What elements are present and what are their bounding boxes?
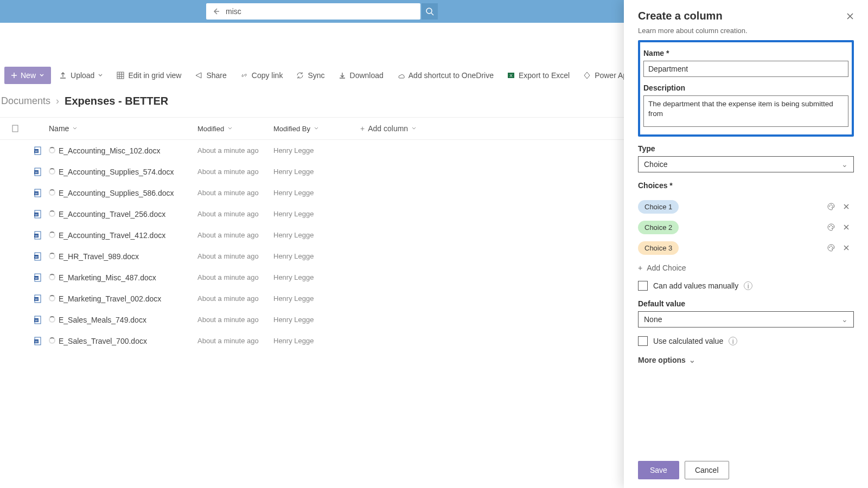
file-name[interactable]: E_Accounting_Supplies_574.docx: [59, 168, 174, 176]
file-name[interactable]: E_Marketing_Misc_487.docx: [59, 273, 156, 282]
svg-text:W: W: [35, 150, 38, 153]
chevron-down-icon: [314, 126, 319, 131]
modified-by[interactable]: Henry Legge: [273, 337, 360, 345]
table-row[interactable]: WE_HR_Travel_989.docxAbout a minute agoH…: [0, 246, 624, 267]
choice-chip[interactable]: Choice 2: [638, 221, 679, 234]
file-name[interactable]: E_Marketing_Travel_002.docx: [59, 294, 161, 303]
close-button[interactable]: [846, 12, 854, 20]
chevron-right-icon: ›: [56, 95, 59, 107]
sync-icon: [296, 71, 304, 80]
export-excel-button[interactable]: X Export to Excel: [501, 67, 575, 84]
choice-chip[interactable]: Choice 1: [638, 200, 679, 214]
modified-date: About a minute ago: [197, 273, 273, 281]
table-row[interactable]: WE_Sales_Meals_749.docxAbout a minute ag…: [0, 309, 624, 330]
info-icon[interactable]: i: [744, 281, 752, 290]
copy-link-button[interactable]: Copy link: [234, 67, 289, 84]
type-select[interactable]: Choice ⌄: [638, 156, 854, 172]
manual-values-checkbox[interactable]: Can add values manually i: [638, 281, 854, 291]
search-button[interactable]: [422, 3, 438, 20]
file-name[interactable]: E_Accounting_Misc_102.docx: [59, 146, 161, 155]
choice-row: Choice 3: [638, 237, 854, 258]
table-row[interactable]: WE_Accounting_Misc_102.docxAbout a minut…: [0, 140, 624, 161]
add-choice-button[interactable]: + Add Choice: [638, 264, 854, 272]
new-button[interactable]: New: [4, 67, 51, 84]
upload-button[interactable]: Upload: [53, 67, 108, 84]
svg-text:W: W: [35, 277, 38, 280]
add-shortcut-button[interactable]: Add shortcut to OneDrive: [391, 67, 499, 84]
svg-point-43: [831, 246, 832, 247]
modified-by[interactable]: Henry Legge: [273, 168, 360, 176]
svg-text:W: W: [35, 298, 38, 301]
table-row[interactable]: WE_Accounting_Travel_256.docxAbout a min…: [0, 203, 624, 224]
cancel-button[interactable]: Cancel: [685, 461, 729, 479]
svg-text:W: W: [35, 255, 38, 259]
loading-spinner-icon: [49, 147, 55, 153]
svg-point-36: [829, 206, 830, 207]
modified-by[interactable]: Henry Legge: [273, 252, 360, 260]
share-button[interactable]: Share: [189, 67, 232, 84]
table-row[interactable]: WE_Sales_Travel_700.docxAbout a minute a…: [0, 330, 624, 351]
sync-button[interactable]: Sync: [290, 67, 330, 84]
chevron-down-icon: ⌄: [841, 315, 848, 324]
add-column-button[interactable]: +Add column: [360, 124, 442, 133]
file-name[interactable]: E_Sales_Travel_700.docx: [59, 337, 147, 345]
modified-by[interactable]: Henry Legge: [273, 189, 360, 197]
breadcrumb-root[interactable]: Documents: [1, 95, 50, 107]
choice-row: Choice 2: [638, 217, 854, 237]
modified-by[interactable]: Henry Legge: [273, 273, 360, 281]
chevron-down-icon: [411, 126, 417, 131]
palette-icon[interactable]: [827, 202, 838, 211]
file-name[interactable]: E_Accounting_Travel_412.docx: [59, 231, 165, 240]
save-button[interactable]: Save: [638, 461, 679, 479]
remove-choice-button[interactable]: [843, 203, 854, 210]
column-modified-by[interactable]: Modified By: [273, 125, 360, 133]
loading-spinner-icon: [49, 189, 55, 196]
modified-date: About a minute ago: [197, 231, 273, 239]
name-label: Name *: [643, 49, 848, 57]
table-row[interactable]: WE_Accounting_Supplies_574.docxAbout a m…: [0, 161, 624, 182]
loading-spinner-icon: [49, 168, 55, 175]
modified-date: About a minute ago: [197, 168, 273, 176]
file-name[interactable]: E_Accounting_Supplies_586.docx: [59, 189, 174, 197]
choices-label: Choices *: [638, 181, 854, 190]
svg-text:W: W: [35, 319, 38, 322]
calculated-value-checkbox[interactable]: Use calculated value i: [638, 336, 854, 346]
download-button[interactable]: Download: [333, 67, 389, 84]
table-row[interactable]: WE_Accounting_Supplies_586.docxAbout a m…: [0, 182, 624, 203]
breadcrumb-current: Expenses - BETTER: [65, 95, 168, 107]
name-input[interactable]: [643, 61, 848, 77]
create-column-panel: Create a column Learn more about column …: [624, 0, 868, 488]
search-value: misc: [226, 7, 241, 16]
remove-choice-button[interactable]: [843, 245, 854, 251]
file-name[interactable]: E_HR_Travel_989.docx: [59, 252, 139, 261]
file-type-header-icon[interactable]: [11, 124, 20, 133]
svg-text:X: X: [509, 73, 513, 78]
table-row[interactable]: WE_Marketing_Misc_487.docxAbout a minute…: [0, 267, 624, 288]
column-name[interactable]: Name: [46, 124, 197, 133]
default-value-select[interactable]: None ⌄: [638, 311, 854, 328]
modified-by[interactable]: Henry Legge: [273, 146, 360, 155]
choice-chip[interactable]: Choice 3: [638, 241, 679, 255]
search-input[interactable]: misc: [206, 3, 420, 20]
palette-icon[interactable]: [827, 223, 838, 232]
table-row[interactable]: WE_Marketing_Travel_002.docxAbout a minu…: [0, 288, 624, 309]
table-row[interactable]: WE_Accounting_Travel_412.docxAbout a min…: [0, 224, 624, 246]
file-name[interactable]: E_Sales_Meals_749.docx: [59, 316, 146, 324]
modified-by[interactable]: Henry Legge: [273, 231, 360, 239]
palette-icon[interactable]: [827, 243, 838, 252]
modified-by[interactable]: Henry Legge: [273, 316, 360, 324]
highlighted-section: Name * Description: [638, 40, 854, 137]
remove-choice-button[interactable]: [843, 224, 854, 230]
modified-date: About a minute ago: [197, 337, 273, 345]
description-input[interactable]: [643, 95, 848, 127]
panel-subtitle[interactable]: Learn more about column creation.: [638, 27, 854, 35]
modified-by[interactable]: Henry Legge: [273, 294, 360, 303]
modified-by[interactable]: Henry Legge: [273, 210, 360, 218]
file-name[interactable]: E_Accounting_Travel_256.docx: [59, 210, 165, 219]
svg-point-39: [829, 226, 830, 227]
column-modified[interactable]: Modified: [197, 125, 273, 133]
column-headers: Name Modified Modified By +Add column: [0, 117, 624, 140]
edit-grid-button[interactable]: Edit in grid view: [111, 67, 187, 84]
info-icon[interactable]: i: [729, 337, 737, 345]
more-options-button[interactable]: More options ⌄: [638, 356, 854, 364]
